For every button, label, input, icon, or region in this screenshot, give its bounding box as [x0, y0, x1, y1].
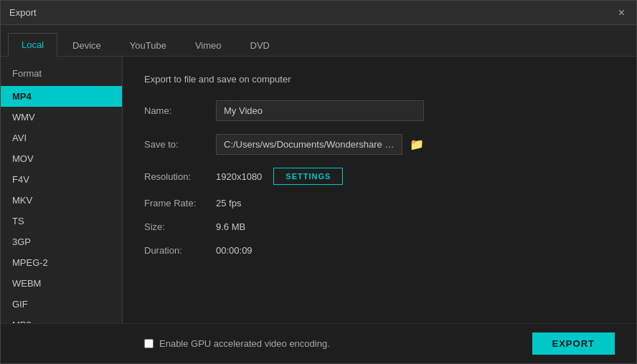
duration-label: Duration:	[144, 245, 216, 256]
sidebar-item-wmv[interactable]: WMV	[1, 107, 122, 128]
sidebar-item-mp3[interactable]: MP3	[1, 315, 122, 323]
duration-row: Duration: 00:00:09	[144, 245, 615, 256]
settings-button[interactable]: SETTINGS	[273, 168, 343, 185]
title-bar: Export ×	[1, 1, 636, 25]
export-button[interactable]: EXPORT	[532, 332, 615, 355]
sidebar: Format MP4 WMV AVI MOV F4V MKV TS 3GP MP…	[1, 57, 123, 323]
sidebar-item-mov[interactable]: MOV	[1, 148, 122, 169]
sidebar-item-mkv[interactable]: MKV	[1, 190, 122, 211]
tab-dvd[interactable]: DVD	[237, 34, 283, 57]
frame-rate-row: Frame Rate: 25 fps	[144, 198, 615, 209]
window-title: Export	[9, 7, 37, 18]
sidebar-item-avi[interactable]: AVI	[1, 128, 122, 148]
tab-youtube[interactable]: YouTube	[116, 34, 180, 57]
tab-bar: Local Device YouTube Vimeo DVD	[1, 25, 636, 57]
close-button[interactable]: ×	[615, 6, 628, 20]
tab-local[interactable]: Local	[8, 33, 57, 57]
sidebar-item-mpeg2[interactable]: MPEG-2	[1, 252, 122, 273]
sidebar-item-mp4[interactable]: MP4	[1, 86, 122, 107]
gpu-checkbox[interactable]	[144, 339, 154, 348]
size-row: Size: 9.6 MB	[144, 221, 615, 232]
sidebar-title: Format	[1, 64, 122, 86]
sidebar-item-3gp[interactable]: 3GP	[1, 231, 122, 252]
name-label: Name:	[144, 105, 216, 116]
browse-folder-button[interactable]: 📁	[407, 136, 427, 153]
resolution-row: Resolution: 1920x1080 SETTINGS	[144, 168, 615, 185]
save-to-row: Save to: 📁	[144, 134, 615, 155]
name-input[interactable]	[216, 100, 424, 121]
frame-rate-value: 25 fps	[216, 198, 241, 209]
main-panel: Export to file and save on computer Name…	[123, 57, 636, 323]
tab-device[interactable]: Device	[59, 34, 115, 57]
save-to-input[interactable]	[216, 134, 402, 155]
gpu-label-text: Enable GPU accelerated video encoding.	[159, 338, 330, 349]
export-window: Export × Local Device YouTube Vimeo DVD …	[0, 0, 637, 364]
save-to-label: Save to:	[144, 139, 216, 150]
resolution-label: Resolution:	[144, 171, 216, 182]
duration-value: 00:00:09	[216, 245, 253, 256]
size-label: Size:	[144, 221, 216, 232]
resolution-value-wrapper: 1920x1080 SETTINGS	[216, 168, 343, 185]
sidebar-item-webm[interactable]: WEBM	[1, 273, 122, 294]
resolution-value: 1920x1080	[216, 171, 262, 182]
gpu-label[interactable]: Enable GPU accelerated video encoding.	[144, 338, 330, 349]
save-to-wrapper: 📁	[216, 134, 427, 155]
sidebar-item-ts[interactable]: TS	[1, 211, 122, 231]
panel-title: Export to file and save on computer	[144, 74, 615, 85]
content-area: Format MP4 WMV AVI MOV F4V MKV TS 3GP MP…	[1, 57, 636, 323]
bottom-bar: Enable GPU accelerated video encoding. E…	[1, 323, 636, 363]
sidebar-item-gif[interactable]: GIF	[1, 294, 122, 315]
tab-vimeo[interactable]: Vimeo	[181, 34, 235, 57]
frame-rate-label: Frame Rate:	[144, 198, 216, 209]
sidebar-item-f4v[interactable]: F4V	[1, 169, 122, 190]
size-value: 9.6 MB	[216, 221, 245, 232]
name-row: Name:	[144, 100, 615, 121]
